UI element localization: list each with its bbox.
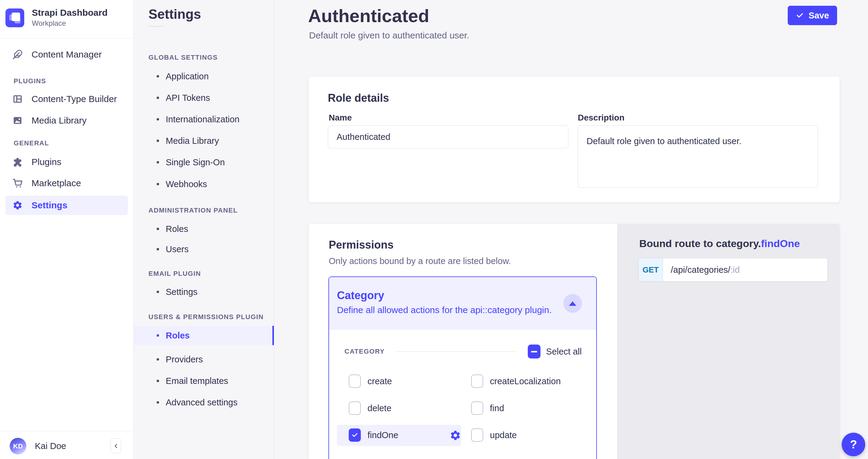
subnav-item-media-library[interactable]: Media Library [134,134,274,147]
subnav-item-email-templates[interactable]: Email templates [134,374,274,388]
bound-route-title: Bound route to category.findOne [639,238,800,250]
permissions-panel: Permissions Only actions bound by a rout… [309,224,617,459]
bullet-icon [157,118,159,121]
permissions-heading: Permissions [329,238,394,251]
nav-item-content-manager[interactable]: Content Manager [5,45,128,64]
category-accordion-header[interactable]: Category Define all allowed actions for … [329,277,596,330]
bullet-icon [157,334,159,337]
find-checkbox[interactable] [471,401,483,415]
subnav-section-global-settings: GLOBAL SETTINGS [149,53,218,62]
nav-section-plugins: PLUGINS [13,77,46,86]
page-subtitle: Default role given to authenticated user… [309,30,469,40]
delete-checkbox[interactable] [349,401,361,415]
http-method-badge: GET [639,258,663,281]
nav-item-marketplace[interactable]: Marketplace [5,173,128,193]
collapse-sidebar-button[interactable] [111,438,121,453]
subnav-item-label: API Tokens [166,93,210,103]
subnav-item-advanced-settings[interactable]: Advanced settings [134,396,274,409]
subnav-item-label: Roles [166,224,188,234]
bullet-icon [157,401,159,403]
nav-item-label: Content Manager [32,50,102,60]
bullet-icon [157,183,159,185]
description-label: Description [578,113,624,123]
nav-item-content-type-builder[interactable]: Content-Type Builder [5,89,128,109]
create-checkbox[interactable] [349,374,361,388]
subnav-section-email-plugin: EMAIL PLUGIN [149,269,201,278]
help-button[interactable]: ? [842,433,865,456]
action-label: delete [368,403,392,413]
role-details-heading: Role details [328,92,389,104]
page-title: Authenticated [308,5,429,26]
update-checkbox[interactable] [471,428,483,442]
findOne-checkbox[interactable] [349,428,361,442]
bound-route-title-accent: findOne [761,238,800,249]
subnav-item-label: Webhooks [166,179,207,189]
permissions-section: Permissions Only actions bound by a rout… [309,224,839,459]
subnav-item-label: Email templates [166,376,228,386]
feather-icon [12,49,23,60]
save-button[interactable]: Save [788,6,837,25]
subnav-item-label: Internationalization [166,114,239,125]
subnav-item-label: Settings [166,287,197,297]
strapi-logo-icon [5,8,24,27]
role-details-card: Role details Name Description Default ro… [309,76,839,202]
bullet-icon [157,139,159,142]
brand-subtitle: Workplace [32,19,107,28]
main-nav: Strapi Dashboard Workplace Content Manag… [0,0,134,459]
subnav-item-label: Application [166,71,209,81]
permissions-subtitle: Only actions bound by a route are listed… [329,256,511,266]
puzzle-icon [12,157,23,167]
collapse-accordion-button[interactable] [563,294,582,313]
chevron-left-icon [113,442,119,449]
route-path-param: :id [731,265,740,275]
bullet-icon [157,291,159,293]
subnav-section-administration-panel: ADMINISTRATION PANEL [149,206,238,215]
footer-divider [0,431,133,431]
name-field[interactable] [328,125,568,149]
name-label: Name [329,113,352,123]
bullet-icon [157,358,159,361]
question-mark-icon: ? [850,438,857,451]
subnav-item-single-sign-on[interactable]: Single Sign-On [134,156,274,169]
findOne-settings-gear-icon[interactable] [450,430,461,441]
action-delete: delete [349,401,392,415]
category-accordion: Category Define all allowed actions for … [329,276,597,459]
bullet-icon [157,248,159,251]
user-profile[interactable]: KD Kai Doe [10,438,66,455]
nav-section-general: GENERAL [13,139,49,147]
nav-item-label: Content-Type Builder [32,94,117,104]
nav-item-label: Media Library [32,116,87,126]
subnav-item-providers[interactable]: Providers [134,353,274,366]
settings-subnav: Settings GLOBAL SETTINGS Application API… [134,0,274,459]
workspace-brand[interactable]: Strapi Dashboard Workplace [5,7,107,28]
description-field[interactable]: Default role given to authenticated user… [578,125,818,188]
subnav-item-api-tokens[interactable]: API Tokens [134,91,274,104]
bound-route-title-plain: Bound route to category. [639,238,761,249]
subnav-item-label: Advanced settings [166,397,238,407]
action-label: create [368,376,392,386]
subnav-item-application[interactable]: Application [134,70,274,83]
strapi-dashboard: Strapi Dashboard Workplace Content Manag… [0,0,868,459]
action-label: update [490,430,517,440]
select-all-checkbox[interactable] [528,345,540,359]
subnav-item-internationalization[interactable]: Internationalization [134,112,274,126]
action-create: create [349,374,392,388]
subnav-item-label: Single Sign-On [166,158,225,167]
subnav-item-admin-roles[interactable]: Roles [134,222,274,235]
subnav-item-admin-users[interactable]: Users [134,242,274,256]
createLocalization-checkbox[interactable] [471,374,483,388]
nav-item-media-library[interactable]: Media Library [5,111,128,130]
brand-text: Strapi Dashboard Workplace [32,7,107,28]
subnav-item-email-settings[interactable]: Settings [134,285,274,298]
bullet-icon [157,228,159,230]
cart-icon [12,178,23,189]
subnav-item-up-roles[interactable]: Roles [134,326,274,345]
nav-item-settings[interactable]: Settings [5,196,128,215]
nav-divider [0,38,133,38]
route-path-main: /api/categories/ [671,265,731,275]
group-divider [396,352,517,352]
chevron-up-icon [569,301,576,306]
nav-item-plugins[interactable]: Plugins [5,152,128,172]
subnav-item-webhooks[interactable]: Webhooks [134,177,274,191]
nav-item-label: Marketplace [32,178,81,188]
